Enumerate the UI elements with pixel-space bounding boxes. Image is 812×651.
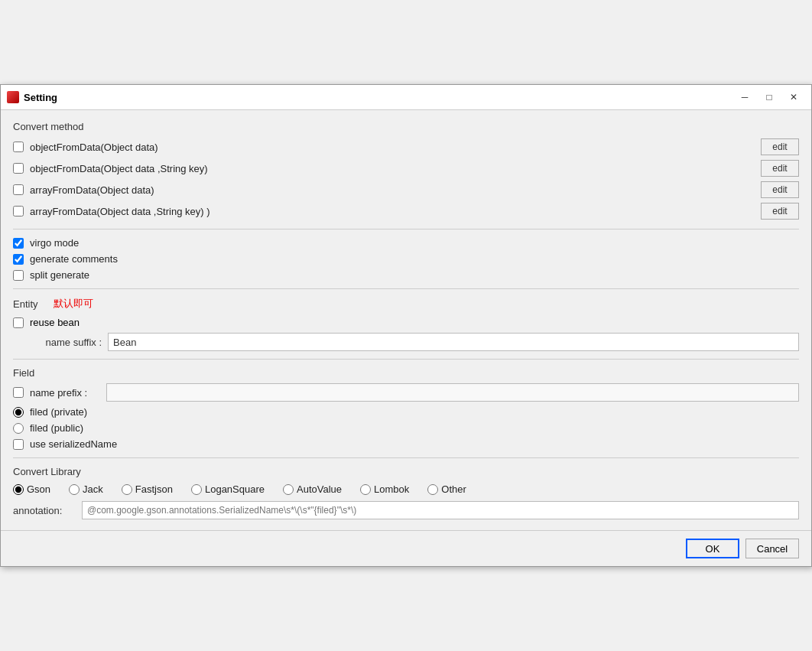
use-serialized-name-row: use serializedName xyxy=(13,438,799,450)
lib-other-label: Other xyxy=(441,483,466,495)
generate-comments-row: generate comments xyxy=(13,253,799,265)
name-prefix-input[interactable] xyxy=(106,383,799,402)
cancel-button[interactable]: Cancel xyxy=(745,539,799,558)
filed-public-row: filed (public) xyxy=(13,422,799,434)
divider-1 xyxy=(13,229,799,229)
divider-4 xyxy=(13,457,799,458)
convert-method-section: Convert method objectFromData(Object dat… xyxy=(13,121,799,221)
virgo-mode-checkbox[interactable] xyxy=(13,238,24,249)
virgo-mode-row: virgo mode xyxy=(13,237,799,249)
lib-autovalue-item: AutoValue xyxy=(283,483,342,495)
close-button[interactable]: ✕ xyxy=(782,90,805,105)
use-serialized-name-checkbox[interactable] xyxy=(13,439,24,450)
name-suffix-row: name suffix : xyxy=(13,333,799,351)
method-row-1: objectFromData(Object data) edit xyxy=(13,137,799,157)
lib-jack-item: Jack xyxy=(69,483,103,495)
split-generate-row: split generate xyxy=(13,269,799,281)
window-controls: ─ □ ✕ xyxy=(733,90,805,105)
use-serialized-name-label: use serializedName xyxy=(30,438,117,450)
method1-label: objectFromData(Object data) xyxy=(30,142,761,153)
filed-private-radio[interactable] xyxy=(13,407,24,418)
entity-section: Entity 默认即可 reuse bean name suffix : xyxy=(13,297,799,351)
lib-autovalue-label: AutoValue xyxy=(297,483,342,495)
convert-library-section: Convert Library Gson Jack Fastjson Logan… xyxy=(13,466,799,519)
lib-logansquare-item: LoganSquare xyxy=(191,483,265,495)
settings-window: Setting ─ □ ✕ Convert method objectFromD… xyxy=(0,84,812,567)
name-prefix-label: name prefix : xyxy=(30,387,106,399)
lib-autovalue-radio[interactable] xyxy=(283,484,294,495)
lib-fastjson-label: Fastjson xyxy=(135,483,173,495)
name-suffix-label: name suffix : xyxy=(16,337,108,348)
filed-public-radio[interactable] xyxy=(13,423,24,434)
method1-checkbox[interactable] xyxy=(13,142,24,152)
filed-private-row: filed (private) xyxy=(13,406,799,418)
lib-gson-radio[interactable] xyxy=(13,484,24,495)
lib-other-item: Other xyxy=(427,483,466,495)
method4-label: arrayFromData(Object data ,String key) ) xyxy=(30,206,761,217)
filed-private-label: filed (private) xyxy=(30,406,87,418)
lib-lombok-label: Lombok xyxy=(374,483,409,495)
lib-fastjson-item: Fastjson xyxy=(122,483,173,495)
minimize-button[interactable]: ─ xyxy=(733,90,756,105)
method4-checkbox[interactable] xyxy=(13,206,24,216)
titlebar: Setting ─ □ ✕ xyxy=(1,85,811,110)
lib-lombok-radio[interactable] xyxy=(360,484,371,495)
annotation-input[interactable] xyxy=(82,501,799,519)
method-row-2: objectFromData(Object data ,String key) … xyxy=(13,158,799,178)
method3-label: arrayFromData(Object data) xyxy=(30,184,761,196)
split-generate-checkbox[interactable] xyxy=(13,270,24,281)
generate-comments-label: generate comments xyxy=(30,253,118,265)
virgo-mode-label: virgo mode xyxy=(30,237,79,249)
method4-edit-button[interactable]: edit xyxy=(761,203,799,220)
reuse-bean-row: reuse bean xyxy=(13,317,799,328)
lib-gson-item: Gson xyxy=(13,483,50,495)
entity-hint: 默认即可 xyxy=(54,297,93,311)
lib-jack-label: Jack xyxy=(83,483,103,495)
lib-gson-label: Gson xyxy=(27,483,50,495)
generate-comments-checkbox[interactable] xyxy=(13,254,24,265)
method2-label: objectFromData(Object data ,String key) xyxy=(30,163,761,174)
name-prefix-row: name prefix : xyxy=(13,383,799,402)
maximize-button[interactable]: □ xyxy=(758,90,781,105)
reuse-bean-label: reuse bean xyxy=(30,317,80,328)
name-prefix-checkbox[interactable] xyxy=(13,387,24,398)
window-title: Setting xyxy=(24,92,733,103)
filed-public-label: filed (public) xyxy=(30,422,83,434)
convert-library-title: Convert Library xyxy=(13,466,799,477)
method3-checkbox[interactable] xyxy=(13,184,24,195)
lib-lombok-item: Lombok xyxy=(360,483,409,495)
lib-other-radio[interactable] xyxy=(427,484,438,495)
ok-button[interactable]: OK xyxy=(686,539,739,558)
entity-title: Entity xyxy=(13,298,38,310)
library-radios: Gson Jack Fastjson LoganSquare AutoValue xyxy=(13,483,799,495)
method-row-4: arrayFromData(Object data ,String key) )… xyxy=(13,201,799,221)
lib-jack-radio[interactable] xyxy=(69,484,80,495)
reuse-bean-checkbox[interactable] xyxy=(13,317,24,328)
split-generate-label: split generate xyxy=(30,269,89,281)
convert-method-label: Convert method xyxy=(13,121,799,132)
entity-header: Entity 默认即可 xyxy=(13,297,799,311)
lib-fastjson-radio[interactable] xyxy=(122,484,132,495)
method2-edit-button[interactable]: edit xyxy=(761,160,799,177)
method1-edit-button[interactable]: edit xyxy=(761,138,799,155)
annotation-label: annotation: xyxy=(13,505,82,516)
divider-2 xyxy=(13,288,799,289)
lib-logansquare-radio[interactable] xyxy=(191,484,202,495)
name-suffix-input[interactable] xyxy=(108,333,799,351)
annotation-row: annotation: xyxy=(13,501,799,519)
method2-checkbox[interactable] xyxy=(13,163,24,174)
divider-3 xyxy=(13,359,799,360)
bottom-bar: OK Cancel xyxy=(1,530,811,566)
method-row-3: arrayFromData(Object data) edit xyxy=(13,180,799,200)
field-section: Field name prefix : filed (private) file… xyxy=(13,367,799,450)
method3-edit-button[interactable]: edit xyxy=(761,181,799,198)
field-title: Field xyxy=(13,367,799,379)
settings-content: Convert method objectFromData(Object dat… xyxy=(1,110,811,530)
app-icon xyxy=(7,91,19,103)
options-section: virgo mode generate comments split gener… xyxy=(13,237,799,281)
lib-logansquare-label: LoganSquare xyxy=(205,483,265,495)
